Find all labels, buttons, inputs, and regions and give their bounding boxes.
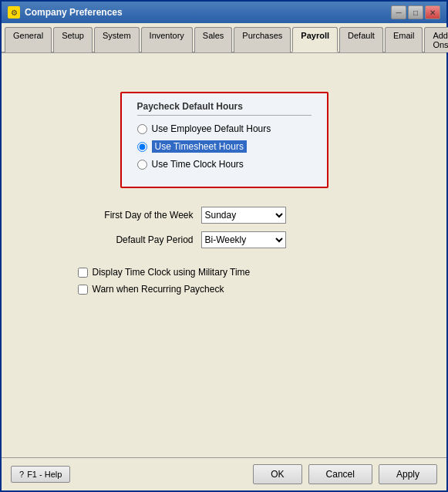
tab-sales[interactable]: Sales [194,27,233,52]
radio-timesheet-hours-input[interactable] [137,142,147,152]
tab-purchases[interactable]: Purchases [234,27,291,52]
radio-employee-default-label: Use Employee Default Hours [152,123,271,134]
paycheck-default-hours-group: Paycheck Default Hours Use Employee Defa… [120,92,328,188]
apply-button[interactable]: Apply [379,464,437,484]
window-icon: ⚙ [8,6,20,19]
tab-bar: General Setup System Inventory Sales Pur… [2,23,446,53]
tab-addons[interactable]: Add-Ons [424,27,448,52]
pay-period-row: Default Pay Period Weekly Bi-Weekly Semi… [78,231,371,248]
minimize-button[interactable]: ─ [391,5,406,19]
group-title: Paycheck Default Hours [137,101,312,116]
radio-time-clock-hours-input[interactable] [137,160,147,170]
tab-payroll[interactable]: Payroll [292,27,338,52]
tab-general[interactable]: General [5,27,52,52]
radio-timesheet-hours[interactable]: Use Timesheet Hours [137,140,312,153]
first-day-label: First Day of the Week [78,210,201,221]
window-title: Company Preferences [25,7,391,18]
bottom-bar: ? F1 - Help OK Cancel Apply [2,457,446,490]
tab-inventory[interactable]: Inventory [141,27,193,52]
bottom-buttons: OK Cancel Apply [253,464,437,484]
radio-timesheet-hours-label: Use Timesheet Hours [152,140,247,153]
maximize-button[interactable]: □ [408,5,423,19]
tab-default[interactable]: Default [339,27,383,52]
radio-time-clock-hours[interactable]: Use Time Clock Hours [137,159,312,170]
pay-period-label: Default Pay Period [78,234,201,245]
main-window: ⚙ Company Preferences ─ □ ✕ General Setu… [0,0,448,492]
tab-email[interactable]: Email [385,27,423,52]
title-buttons: ─ □ ✕ [391,5,440,19]
radio-time-clock-hours-label: Use Time Clock Hours [152,159,244,170]
recurring-paycheck-checkbox[interactable] [78,285,88,295]
checkbox-section: Display Time Clock using Military Time W… [78,267,371,301]
ok-button[interactable]: OK [253,464,301,484]
recurring-paycheck-row: Warn when Recurring Paycheck [78,284,371,295]
form-section: First Day of the Week Sunday Monday Tues… [78,207,371,256]
radio-employee-default-input[interactable] [137,124,147,134]
cancel-button[interactable]: Cancel [308,464,372,484]
radio-employee-default[interactable]: Use Employee Default Hours [137,123,312,134]
military-time-row: Display Time Clock using Military Time [78,267,371,278]
military-time-checkbox[interactable] [78,268,88,278]
pay-period-select[interactable]: Weekly Bi-Weekly Semi-Monthly Monthly [201,231,286,248]
help-button[interactable]: ? F1 - Help [11,466,70,483]
recurring-paycheck-label: Warn when Recurring Paycheck [93,284,224,295]
title-bar: ⚙ Company Preferences ─ □ ✕ [2,2,446,23]
close-button[interactable]: ✕ [425,5,440,19]
tab-system[interactable]: System [94,27,140,52]
tab-setup[interactable]: Setup [53,27,93,52]
help-icon: ? [19,470,24,479]
help-label: F1 - Help [27,470,62,479]
first-day-row: First Day of the Week Sunday Monday Tues… [78,207,371,224]
first-day-select[interactable]: Sunday Monday Tuesday Wednesday Thursday… [201,207,286,224]
military-time-label: Display Time Clock using Military Time [93,267,251,278]
content-area: Paycheck Default Hours Use Employee Defa… [2,53,446,457]
